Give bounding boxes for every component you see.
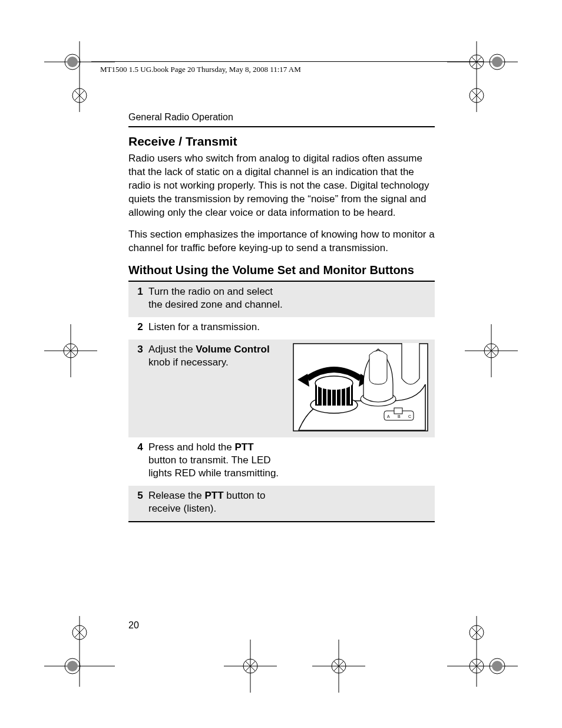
svg-line-53 xyxy=(334,661,343,671)
svg-point-9 xyxy=(490,54,505,70)
svg-line-33 xyxy=(75,628,84,637)
svg-point-4 xyxy=(72,88,87,103)
step-text-bold: PTT xyxy=(234,442,253,453)
svg-text:B: B xyxy=(398,414,401,419)
paragraph-intro-2: This section emphasizes the importance o… xyxy=(128,228,435,255)
svg-point-11 xyxy=(470,55,484,69)
step-row: 4 Press and hold the PTT button to trans… xyxy=(128,437,435,486)
svg-line-6 xyxy=(75,91,84,100)
svg-line-20 xyxy=(66,346,75,355)
step-number: 1 xyxy=(132,285,148,311)
heading-without-volume: Without Using the Volume Set and Monitor… xyxy=(128,263,435,277)
svg-point-24 xyxy=(484,344,498,358)
svg-point-3 xyxy=(67,57,78,67)
svg-point-31 xyxy=(72,625,87,640)
step-number: 2 xyxy=(132,321,148,334)
svg-line-12 xyxy=(472,57,481,67)
svg-point-46 xyxy=(243,659,257,673)
svg-point-29 xyxy=(65,658,80,674)
crop-mark-icon xyxy=(312,640,365,693)
crop-mark-icon xyxy=(465,324,518,377)
step-text-bold: Volume Control xyxy=(196,344,269,355)
page-number: 20 xyxy=(128,620,139,631)
step-text-post: button to transmit. The LED lights RED w… xyxy=(148,454,279,479)
svg-text:A: A xyxy=(387,414,390,419)
header-meta: MT1500 1.5 UG.book Page 20 Thursday, May… xyxy=(100,65,301,74)
step-number: 5 xyxy=(132,489,148,515)
step-text: Listen for a transmission. xyxy=(148,321,431,334)
step-text-bold: PTT xyxy=(204,490,223,501)
paragraph-intro-1: Radio users who switch from analog to di… xyxy=(128,152,435,220)
svg-point-10 xyxy=(492,57,503,67)
step-text-pre: Adjust the xyxy=(148,344,196,355)
svg-rect-70 xyxy=(394,408,402,414)
steps-table: 1 Turn the radio on and select the desir… xyxy=(128,281,435,523)
crop-mark-icon xyxy=(44,41,115,112)
svg-line-52 xyxy=(334,661,343,671)
page-body: General Radio Operation Receive / Transm… xyxy=(128,112,435,522)
svg-point-38 xyxy=(470,659,484,673)
svg-line-39 xyxy=(472,661,481,671)
svg-point-14 xyxy=(470,88,484,103)
volume-knob-illustration: A B C xyxy=(290,343,431,431)
svg-text:C: C xyxy=(408,414,411,419)
svg-point-30 xyxy=(67,661,78,671)
crop-mark-icon xyxy=(44,324,97,377)
crop-mark-icon xyxy=(44,616,115,687)
svg-line-47 xyxy=(246,661,255,671)
step-row: 5 Release the PTT button to receive (lis… xyxy=(128,486,435,521)
svg-line-42 xyxy=(472,628,481,637)
step-text: Adjust the Volume Control knob if necess… xyxy=(148,343,290,369)
svg-point-37 xyxy=(492,661,503,671)
step-number: 3 xyxy=(132,343,148,356)
crop-mark-icon xyxy=(447,616,518,687)
step-text-pre: Release the xyxy=(148,490,204,501)
crop-mark-icon xyxy=(224,640,277,693)
svg-point-51 xyxy=(332,659,346,673)
step-text: Press and hold the PTT button to transmi… xyxy=(148,441,290,480)
step-row: 3 Adjust the Volume Control knob if nece… xyxy=(128,340,435,437)
svg-line-43 xyxy=(472,628,481,637)
svg-line-32 xyxy=(75,628,84,637)
svg-line-25 xyxy=(487,346,496,355)
step-text-post: knob if necessary. xyxy=(148,357,229,368)
svg-point-36 xyxy=(490,658,505,674)
svg-line-15 xyxy=(472,91,481,100)
svg-line-5 xyxy=(75,91,84,100)
svg-line-40 xyxy=(472,661,481,671)
step-row: 1 Turn the radio on and select the desir… xyxy=(128,282,435,317)
svg-point-57 xyxy=(315,376,353,390)
svg-line-21 xyxy=(66,346,75,355)
step-number: 4 xyxy=(132,441,148,480)
svg-point-19 xyxy=(64,344,78,358)
step-text: Release the PTT button to receive (liste… xyxy=(148,489,290,515)
svg-line-16 xyxy=(472,91,481,100)
section-label: General Radio Operation xyxy=(128,112,435,123)
step-text: Turn the radio on and select the desired… xyxy=(148,285,290,311)
section-rule xyxy=(128,126,435,127)
svg-line-13 xyxy=(472,57,481,67)
step-text-pre: Press and hold the xyxy=(148,442,234,453)
crop-mark-icon xyxy=(447,41,518,112)
svg-line-48 xyxy=(246,661,255,671)
svg-line-26 xyxy=(487,346,496,355)
svg-point-41 xyxy=(470,625,484,640)
header-rule xyxy=(91,61,484,62)
svg-point-2 xyxy=(65,54,80,70)
heading-receive-transmit: Receive / Transmit xyxy=(128,134,435,149)
step-row: 2 Listen for a transmission. xyxy=(128,317,435,340)
